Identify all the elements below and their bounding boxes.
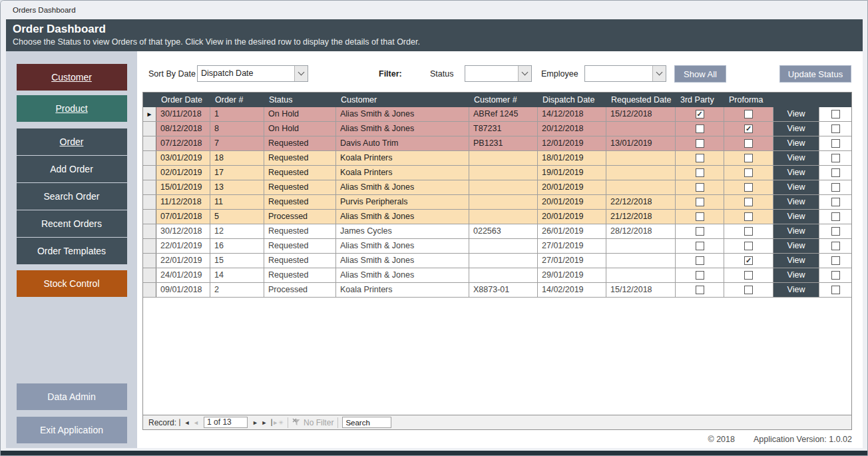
row-selector[interactable] [143,151,156,165]
proforma-checkbox[interactable] [744,183,753,192]
sidebar-button-order[interactable]: Order [17,128,127,155]
cell-dispatch-date: 18/01/2019 [538,151,606,165]
row-selector[interactable] [143,254,156,268]
sidebar-button-data-admin[interactable]: Data Admin [17,383,127,410]
proforma-checkbox[interactable] [744,139,753,148]
proforma-checkbox[interactable] [744,286,753,294]
cell-customer: Alias Smith & Jones [336,122,469,136]
view-button[interactable]: View [773,122,819,136]
view-button[interactable]: View [773,151,819,165]
cell-dispatch-date: 29/01/2019 [538,268,606,282]
third-party-checkbox[interactable] [696,271,704,280]
row-selector[interactable] [143,239,156,253]
proforma-checkbox[interactable]: ✓ [744,256,753,265]
no-filter-indicator[interactable]: No Filter [292,418,333,427]
view-button[interactable]: View [773,283,819,297]
row-select-checkbox[interactable] [831,139,840,148]
row-selector[interactable] [143,268,156,282]
chevron-down-icon[interactable] [518,66,531,81]
row-selector[interactable] [143,180,156,194]
proforma-checkbox[interactable] [744,271,753,280]
chevron-down-icon[interactable] [294,66,308,81]
third-party-checkbox[interactable] [696,183,704,192]
proforma-checkbox[interactable] [744,168,753,177]
row-select-checkbox[interactable] [831,212,840,221]
third-party-checkbox[interactable] [696,124,704,133]
employee-filter-select[interactable] [584,65,666,82]
row-select-checkbox[interactable] [831,271,840,280]
record-search-input[interactable] [342,417,391,428]
record-position[interactable]: 1 of 13 [204,417,248,428]
third-party-checkbox[interactable] [696,286,704,294]
sidebar-button-customer[interactable]: Customer [17,64,127,91]
sidebar-button-recent-orders[interactable]: Recent Orders [17,210,127,237]
view-button[interactable]: View [773,254,819,268]
next-record-button[interactable]: ► [250,419,261,426]
cell-3rd-party [676,166,724,180]
chevron-down-icon[interactable] [652,66,666,81]
row-select-checkbox[interactable] [831,154,840,162]
sidebar-button-add-order[interactable]: Add Order [17,156,127,182]
row-selector[interactable] [143,224,156,238]
previous-record-button[interactable]: ◄ [190,419,202,426]
first-record-button[interactable]: ▏◄ [179,419,190,426]
row-selector[interactable] [143,210,156,224]
third-party-checkbox[interactable] [696,168,704,177]
view-button[interactable]: View [773,195,819,209]
row-select-checkbox[interactable] [831,168,840,177]
proforma-checkbox[interactable] [744,154,753,162]
row-selector[interactable] [143,136,156,150]
view-button[interactable]: View [773,210,819,224]
view-button[interactable]: View [773,268,819,282]
row-selector[interactable] [143,122,156,136]
third-party-checkbox[interactable] [696,242,704,250]
last-record-button[interactable]: ►▕ [261,419,272,426]
row-select-checkbox[interactable] [831,227,840,236]
row-select-checkbox[interactable] [831,198,840,206]
row-select-checkbox[interactable] [831,242,840,250]
sort-by-date-select[interactable]: Dispatch Date [197,65,308,82]
third-party-checkbox[interactable] [696,227,704,236]
sidebar-button-stock-control[interactable]: Stock Control [17,270,127,297]
view-button[interactable]: View [773,107,819,121]
row-selector[interactable] [143,283,156,297]
sidebar-button-order-templates[interactable]: Order Templates [17,238,127,264]
cell-order-number: 7 [210,136,264,150]
sidebar-button-search-order[interactable]: Search Order [17,183,127,210]
proforma-checkbox[interactable] [744,110,753,118]
view-button[interactable]: View [773,136,819,150]
third-party-checkbox[interactable] [696,198,704,206]
row-selector[interactable]: ► [143,107,156,121]
view-button[interactable]: View [773,166,819,180]
row-select-checkbox[interactable] [831,110,840,118]
row-select-checkbox[interactable] [831,256,840,265]
cell-3rd-party [676,122,724,136]
row-select-checkbox[interactable] [831,286,840,294]
third-party-checkbox[interactable] [696,256,704,265]
row-select-checkbox[interactable] [831,183,840,192]
proforma-checkbox[interactable]: ✓ [744,124,753,133]
third-party-checkbox[interactable] [696,139,704,148]
proforma-checkbox[interactable] [744,227,753,236]
third-party-checkbox[interactable] [696,212,704,221]
sidebar-button-product[interactable]: Product [17,95,127,122]
row-selector[interactable] [143,166,156,180]
third-party-checkbox[interactable] [696,154,704,162]
new-record-button[interactable]: ►✳ [272,419,284,426]
row-select-checkbox[interactable] [831,124,840,133]
third-party-checkbox[interactable]: ✓ [696,110,704,118]
row-selector[interactable] [143,195,156,209]
view-button[interactable]: View [773,239,819,253]
sidebar-button-exit-application[interactable]: Exit Application [17,417,127,443]
proforma-checkbox[interactable] [744,212,753,221]
show-all-button[interactable]: Show All [674,65,726,83]
view-button[interactable]: View [773,224,819,238]
orders-datasheet: Order Date Order # Status Customer Custo… [142,92,852,430]
view-button[interactable]: View [773,180,819,194]
update-status-button[interactable]: Update Status [779,65,851,83]
table-row: ►30/11/20181On HoldAlias Smith & JonesAB… [143,107,851,122]
proforma-checkbox[interactable] [744,198,753,206]
status-filter-select[interactable] [465,65,532,82]
main-panel: Sort By Date Dispatch Date Filter: Statu… [137,51,863,448]
proforma-checkbox[interactable] [744,242,753,250]
